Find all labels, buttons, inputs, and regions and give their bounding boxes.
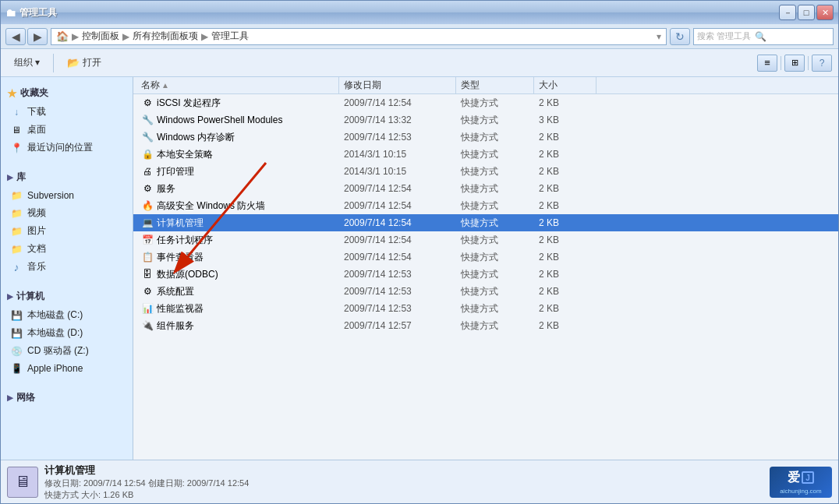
file-size: 2 KB xyxy=(534,132,597,143)
drive-d-icon: 💾 xyxy=(10,327,23,340)
sidebar-item-download[interactable]: ↓ 下载 xyxy=(1,103,133,121)
file-type: 快捷方式 xyxy=(456,97,534,110)
file-date: 2009/7/14 12:54 xyxy=(339,200,456,211)
sidebar-item-subversion[interactable]: 📁 Subversion xyxy=(1,187,133,204)
status-file-name: 计算机管理 xyxy=(44,463,763,478)
sidebar-item-documents[interactable]: 📁 文档 xyxy=(1,240,133,258)
sidebar-item-iphone[interactable]: 📱 Apple iPhone xyxy=(1,360,133,377)
status-file-icon: 🖥 xyxy=(7,467,38,498)
sidebar-item-cd[interactable]: 💿 CD 驱动器 (Z:) xyxy=(1,342,133,360)
sidebar-item-music[interactable]: ♪ 音乐 xyxy=(1,258,133,276)
file-icon-2: 🔧 xyxy=(141,131,154,143)
main-content: ★ 收藏夹 ↓ 下载 🖥 桌面 📍 最近访问的位置 xyxy=(1,77,838,460)
back-button[interactable]: ◀ xyxy=(5,28,26,45)
toolbar-separator xyxy=(53,54,54,72)
col-header-name[interactable]: 名称 ▲ xyxy=(136,77,339,93)
search-placeholder: 搜索 管理工具 xyxy=(697,30,751,42)
file-size: 2 KB xyxy=(534,303,597,314)
sidebar-item-drive-c[interactable]: 💾 本地磁盘 (C:) xyxy=(1,306,133,324)
network-title: ▶ 网络 xyxy=(1,388,133,407)
file-icon-9: 📋 xyxy=(141,251,154,263)
file-name: 系统配置 xyxy=(157,285,194,298)
col-header-type[interactable]: 类型 xyxy=(456,77,534,93)
table-row[interactable]: 🔌 组件服务 2009/7/14 12:57 快捷方式 2 KB xyxy=(133,317,838,334)
table-row[interactable]: 💻 计算机管理 2009/7/14 12:54 快捷方式 2 KB xyxy=(133,214,838,231)
file-name: Windows 内存诊断 xyxy=(157,131,235,144)
sidebar-item-desktop[interactable]: 🖥 桌面 xyxy=(1,121,133,139)
file-icon-10: 🗄 xyxy=(141,268,154,280)
documents-icon: 📁 xyxy=(10,243,23,256)
file-icon-4: 🖨 xyxy=(141,165,154,178)
file-date: 2009/7/14 12:54 xyxy=(339,252,456,263)
file-size: 2 KB xyxy=(534,286,597,297)
file-type: 快捷方式 xyxy=(456,251,534,264)
table-row[interactable]: ⚙ 系统配置 2009/7/14 12:53 快捷方式 2 KB xyxy=(133,283,838,300)
table-row[interactable]: ⚙ iSCSI 发起程序 2009/7/14 12:54 快捷方式 2 KB xyxy=(133,94,838,111)
view-details-button[interactable]: ≡ xyxy=(757,55,777,72)
minimize-button[interactable]: － xyxy=(779,5,796,20)
file-name: 性能监视器 xyxy=(157,302,204,315)
library-section: ▶ 库 📁 Subversion 📁 视频 📁 图片 📁 文档 xyxy=(1,167,133,276)
download-icon: ↓ xyxy=(10,106,23,118)
music-icon: ♪ xyxy=(10,261,23,273)
file-date: 2009/7/14 12:53 xyxy=(339,269,456,280)
file-size: 2 KB xyxy=(534,252,597,263)
table-row[interactable]: 📅 任务计划程序 2009/7/14 12:54 快捷方式 2 KB xyxy=(133,231,838,248)
status-bar: 🖥 计算机管理 修改日期: 2009/7/14 12:54 创建日期: 2009… xyxy=(1,460,838,503)
file-size: 2 KB xyxy=(534,320,597,331)
star-icon: ★ xyxy=(7,87,17,100)
main-window: 🖿 管理工具 － □ ✕ ◀ ▶ 🏠 ▶ 控制面板 ▶ 所有控制面板项 ▶ 管理… xyxy=(0,0,839,504)
col-header-size[interactable]: 大小 xyxy=(534,77,597,93)
close-button[interactable]: ✕ xyxy=(816,5,834,20)
status-detail-2: 快捷方式 大小: 1.26 KB xyxy=(44,489,763,501)
watermark-url: aichunjing.com xyxy=(780,488,821,495)
table-row[interactable]: 📊 性能监视器 2009/7/14 12:53 快捷方式 2 KB xyxy=(133,300,838,317)
view-toggle-button[interactable]: ⊞ xyxy=(784,55,805,72)
table-row[interactable]: 🔥 高级安全 Windows 防火墙 2009/7/14 12:54 快捷方式 … xyxy=(133,197,838,214)
sidebar-item-pictures[interactable]: 📁 图片 xyxy=(1,222,133,240)
table-row[interactable]: 🔧 Windows 内存诊断 2009/7/14 12:53 快捷方式 2 KB xyxy=(133,129,838,146)
address-input[interactable]: 🏠 ▶ 控制面板 ▶ 所有控制面板项 ▶ 管理工具 ▾ xyxy=(51,28,667,45)
sidebar-item-drive-d[interactable]: 💾 本地磁盘 (D:) xyxy=(1,324,133,342)
table-row[interactable]: 🔒 本地安全策略 2014/3/1 10:15 快捷方式 2 KB xyxy=(133,146,838,163)
file-name: 事件查看器 xyxy=(157,251,204,264)
refresh-button[interactable]: ↻ xyxy=(670,28,690,45)
table-row[interactable]: ⚙ 服务 2009/7/14 12:54 快捷方式 2 KB xyxy=(133,180,838,197)
file-icon-7: 💻 xyxy=(141,217,154,229)
file-date: 2009/7/14 12:54 xyxy=(339,97,456,108)
file-date: 2009/7/14 12:54 xyxy=(339,234,456,245)
file-name: 组件服务 xyxy=(157,319,194,333)
open-button[interactable]: 📂 打开 xyxy=(60,52,108,73)
organize-button[interactable]: 组织 ▾ xyxy=(7,52,47,73)
table-row[interactable]: 🖨 打印管理 2014/3/1 10:15 快捷方式 2 KB xyxy=(133,163,838,180)
title-bar: 🖿 管理工具 － □ ✕ xyxy=(1,1,838,24)
maximize-button[interactable]: □ xyxy=(798,5,815,20)
file-type: 快捷方式 xyxy=(456,114,534,127)
file-type: 快捷方式 xyxy=(456,165,534,178)
table-row[interactable]: 🗄 数据源(ODBC) 2009/7/14 12:53 快捷方式 2 KB xyxy=(133,266,838,283)
file-date: 2009/7/14 12:54 xyxy=(339,217,456,228)
file-size: 2 KB xyxy=(534,200,597,211)
table-row[interactable]: 🔧 Windows PowerShell Modules 2009/7/14 1… xyxy=(133,111,838,129)
file-icon-13: 🔌 xyxy=(141,319,154,332)
col-header-date[interactable]: 修改日期 xyxy=(339,77,456,93)
search-icon[interactable]: 🔍 xyxy=(752,29,768,44)
file-date: 2009/7/14 12:53 xyxy=(339,286,456,297)
file-icon-11: ⚙ xyxy=(141,285,154,298)
file-area: 名称 ▲ 修改日期 类型 大小 ⚙ iSCSI 发起程序 2009/7/14 1… xyxy=(133,77,838,460)
network-section: ▶ 网络 xyxy=(1,388,133,407)
sidebar-item-video[interactable]: 📁 视频 xyxy=(1,204,133,222)
breadcrumb-2: 所有控制面板项 xyxy=(133,30,198,43)
file-icon-3: 🔒 xyxy=(141,148,154,160)
file-type: 快捷方式 xyxy=(456,319,534,333)
file-name: 高级安全 Windows 防火墙 xyxy=(157,199,265,213)
sidebar-item-recent[interactable]: 📍 最近访问的位置 xyxy=(1,139,133,157)
forward-button[interactable]: ▶ xyxy=(27,28,48,45)
table-row[interactable]: 📋 事件查看器 2009/7/14 12:54 快捷方式 2 KB xyxy=(133,248,838,266)
help-button[interactable]: ? xyxy=(812,55,832,72)
file-type: 快捷方式 xyxy=(456,234,534,247)
file-date: 2009/7/14 12:53 xyxy=(339,132,456,143)
file-size: 2 KB xyxy=(534,269,597,280)
library-title: ▶ 库 xyxy=(1,167,133,187)
file-type: 快捷方式 xyxy=(456,131,534,144)
